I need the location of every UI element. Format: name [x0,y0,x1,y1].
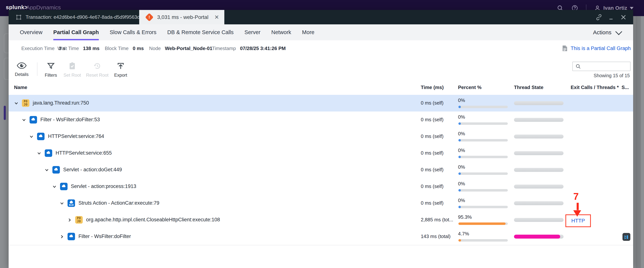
background-scrollbar [636,16,641,268]
snapshot-tab[interactable]: ! 3,031 ms - web-Portal ✕ [139,10,224,24]
column-exit-calls[interactable]: Exit Calls / Threads * [571,84,619,90]
expand-chevron-icon[interactable] [60,234,64,239]
dimmed-background-left [0,16,8,268]
tab-overview[interactable]: Overview [20,24,42,40]
export-icon [117,62,124,70]
servlet-icon [60,183,68,190]
exit-call-http-button[interactable]: HTTP [566,214,591,227]
node-name: java.lang.Thread:run:750 [33,100,89,106]
node-percent: 0% [458,198,465,203]
splunk-logo: splunk> [6,4,28,11]
table-row[interactable]: Filter - WsFilter:doFilter143 ms (total)… [8,228,633,245]
percent-bar [458,189,508,192]
thread-state-bar [514,168,564,172]
export-label: Export [114,73,127,78]
collapse-chevron-icon[interactable] [52,184,57,189]
tab-slow-calls-errors[interactable]: Slow Calls & Errors [110,24,156,40]
chevron-down-icon [630,7,634,9]
tab-network[interactable]: Network [271,24,291,40]
search-icon [575,64,581,69]
stat-label: Timestamp [212,46,236,51]
node-time: 0 ms (self) [421,150,444,156]
node-percent: 0% [458,131,465,137]
node-name: Filter - WsFilter:doFilter:53 [40,117,100,122]
details-button[interactable]: Details [8,62,35,77]
collapse-chevron-icon[interactable] [44,168,49,172]
thread-state-bar [514,235,564,239]
tab-partial-call-graph[interactable]: Partial Call Graph [53,24,99,40]
clipboard-check-icon [68,62,76,70]
set-root-label: Set Root [64,73,81,78]
node-time: 2,885 ms (tot... [421,217,453,223]
collapse-chevron-icon[interactable] [14,101,18,105]
window-header: Transaction: e42d6be4-d906-4e67-8ada-d5d… [8,10,633,24]
call-graph-toolbar: Details Filters Set Root Reset Root Expo… [8,56,633,81]
tab-close-icon[interactable]: ✕ [214,14,219,21]
details-label: Details [15,72,28,77]
percent-bar [458,222,508,225]
close-icon[interactable] [620,14,627,21]
call-graph-table-header: Name Time (ms) Percent % Thread State Ex… [8,81,633,96]
node-name: Filter - WsFilter:doFilter [78,233,131,239]
column-s-truncated[interactable]: S... [622,84,629,90]
column-percent[interactable]: Percent % [458,84,482,90]
node-name: Servlet - action:process:1913 [71,184,136,189]
stat-value: Web-Portal_Node-01 [165,46,212,51]
transaction-snapshot-window: Transaction: e42d6be4-d906-4e67-8ada-d5d… [8,10,633,268]
table-row[interactable]: HTTPServlet:service:6550 ms (self)0% [8,145,633,162]
node-percent: 0% [458,97,465,103]
servlet-icon [52,166,60,174]
node-name: Servlet - action:doGet:449 [63,167,122,173]
eye-icon [17,62,26,69]
stat-label: Node [149,46,161,51]
percent-bar [458,139,508,142]
column-thread-state[interactable]: Thread State [514,84,544,90]
export-button[interactable]: Export [108,62,134,78]
node-time: 0 ms (self) [421,133,444,139]
chevron-down-icon [615,28,622,35]
table-row[interactable]: POJOorg.apache.http.impl.client.Closeabl… [8,212,633,229]
tab-more[interactable]: More [302,24,314,40]
thread-state-bar [514,201,564,205]
servlet-icon [68,233,75,240]
node-time: 0 ms (self) [421,100,444,106]
collapse-chevron-icon[interactable] [60,201,64,206]
partial-call-graph-link[interactable]: This is a Partial Call Graph [571,46,631,51]
reset-root-label: Reset Root [86,73,108,78]
thread-state-bar [514,135,564,139]
background-accent [4,106,6,120]
node-percent: 4.7% [458,231,469,237]
actions-dropdown[interactable]: Actions [593,24,621,40]
history-icon [93,62,101,70]
node-time: 0 ms (self) [421,167,444,173]
minimize-icon[interactable] [608,14,614,21]
stat-label: Execution Time [21,46,55,51]
table-row[interactable]: HTTPServlet:service:7640 ms (self)0% [8,128,633,145]
column-time[interactable]: Time (ms) [421,84,444,90]
call-graph-search[interactable] [572,62,630,71]
screen: splunk> AppDynamics Ivan Ortiz [0,0,644,268]
snapshot-icon[interactable] [622,233,630,241]
copy-link-icon[interactable] [595,14,602,21]
node-time: 0 ms (self) [421,117,444,122]
tab-db-remote-service-calls[interactable]: DB & Remote Service Calls [167,24,234,40]
column-name[interactable]: Name [14,84,27,90]
table-row[interactable]: Struts Action - ActionCar:execute:790 ms… [8,195,633,212]
table-row[interactable]: POJOjava.lang.Thread:run:7500 ms (self)0… [8,95,633,112]
expand-chevron-icon[interactable] [67,218,72,222]
search-input[interactable] [583,64,627,69]
collapse-chevron-icon[interactable] [22,118,26,122]
stat-value: 07/28/25 3:41:26 PM [240,46,286,51]
table-row[interactable]: Servlet - action:doGet:4490 ms (self)0% [8,162,633,179]
tab-server[interactable]: Server [244,24,260,40]
collapse-chevron-icon[interactable] [37,151,41,156]
node-percent: 0% [458,148,465,153]
table-row[interactable]: Filter - WsFilter:doFilter:530 ms (self)… [8,111,633,128]
percent-bar [458,106,508,108]
table-row[interactable]: Servlet - action:process:19130 ms (self)… [8,178,633,195]
call-graph-tree: POJOjava.lang.Thread:run:7500 ms (self)0… [8,95,633,245]
stat-label: Wait Time [58,46,79,51]
actions-label: Actions [593,29,612,36]
servlet-icon [30,116,37,123]
collapse-chevron-icon[interactable] [29,134,34,139]
